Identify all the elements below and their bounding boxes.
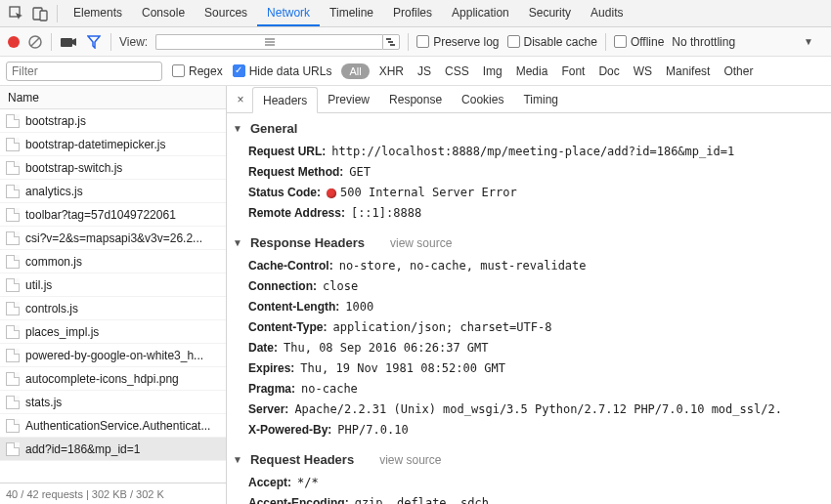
throttling-select[interactable]: No throttling xyxy=(672,35,735,49)
record-button[interactable] xyxy=(8,36,20,48)
device-toggle-icon[interactable] xyxy=(29,3,51,24)
request-name: util.js xyxy=(25,278,52,292)
tab-audits[interactable]: Audits xyxy=(581,0,633,26)
devtools-tabbar: ElementsConsoleSourcesNetworkTimelinePro… xyxy=(0,0,831,27)
request-row[interactable]: bootstrap-switch.js xyxy=(0,156,226,180)
divider xyxy=(605,33,606,51)
file-icon xyxy=(6,231,20,245)
tab-security[interactable]: Security xyxy=(519,0,581,26)
request-name: toolbar?tag=57d1049722061 xyxy=(25,208,176,222)
filter-type-js[interactable]: JS xyxy=(417,64,431,78)
svg-rect-9 xyxy=(386,38,391,40)
detail-tab-response[interactable]: Response xyxy=(379,87,452,112)
filter-type-font[interactable]: Font xyxy=(561,64,585,78)
disable-cache-checkbox[interactable]: Disable cache xyxy=(507,35,597,49)
header-key: Accept-Encoding: xyxy=(248,495,349,504)
request-row[interactable]: places_impl.js xyxy=(0,320,226,344)
tab-network[interactable]: Network xyxy=(257,0,320,26)
view-list-button[interactable] xyxy=(155,34,382,50)
tab-timeline[interactable]: Timeline xyxy=(320,0,383,26)
header-key: Cache-Control: xyxy=(248,258,333,274)
header-key: Server: xyxy=(248,401,288,418)
view-source-link[interactable]: view source xyxy=(379,453,441,467)
request-name: csi?v=2&s=mapsapi3&v3v=26.2... xyxy=(25,231,202,245)
tab-sources[interactable]: Sources xyxy=(195,0,257,26)
request-row[interactable]: bootstrap.js xyxy=(0,109,226,133)
offline-checkbox[interactable]: Offline xyxy=(614,35,664,49)
offline-label: Offline xyxy=(631,35,664,49)
filter-type-xhr[interactable]: XHR xyxy=(379,64,404,78)
chevron-down-icon[interactable]: ▼ xyxy=(804,36,813,47)
network-status-bar: 40 / 42 requests | 302 KB / 302 K xyxy=(0,483,226,504)
request-row[interactable]: util.js xyxy=(0,273,226,297)
section-response-headers[interactable]: ▼Response Headersview source xyxy=(227,231,831,254)
request-name: bootstrap-switch.js xyxy=(25,161,122,175)
detail-tab-cookies[interactable]: Cookies xyxy=(452,87,513,112)
request-row[interactable]: controls.js xyxy=(0,297,226,320)
capture-screenshots-icon[interactable] xyxy=(60,33,77,51)
request-row[interactable]: autocomplete-icons_hdpi.png xyxy=(0,367,226,391)
header-value: Thu, 08 Sep 2016 06:26:37 GMT xyxy=(284,340,489,357)
detail-tab-timing[interactable]: Timing xyxy=(513,87,568,112)
header-row: Status Code:500 Internal Server Error xyxy=(248,183,831,203)
regex-checkbox[interactable]: Regex xyxy=(172,64,223,78)
header-key: X-Powered-By: xyxy=(248,422,331,439)
header-row: Accept-Encoding:gzip, deflate, sdch xyxy=(248,493,831,504)
view-waterfall-button[interactable] xyxy=(382,34,400,50)
filter-type-other[interactable]: Other xyxy=(723,64,753,78)
request-row[interactable]: analytics.js xyxy=(0,180,226,203)
request-row[interactable]: toolbar?tag=57d1049722061 xyxy=(0,203,226,227)
section-request-title: Request Headers xyxy=(250,452,354,467)
preserve-log-checkbox[interactable]: Preserve log xyxy=(416,35,499,49)
section-request-headers[interactable]: ▼Request Headersview source xyxy=(227,448,831,471)
request-name: stats.js xyxy=(25,396,62,409)
filter-type-css[interactable]: CSS xyxy=(445,64,469,78)
filter-input[interactable] xyxy=(6,62,162,81)
header-row: Expires:Thu, 19 Nov 1981 08:52:00 GMT xyxy=(248,358,831,379)
file-icon xyxy=(6,442,20,456)
close-detail-button[interactable]: × xyxy=(231,93,250,106)
tab-console[interactable]: Console xyxy=(132,0,195,26)
header-row: Accept:*/* xyxy=(248,473,831,493)
request-row[interactable]: stats.js xyxy=(0,391,226,414)
filter-type-img[interactable]: Img xyxy=(483,64,503,78)
header-key: Connection: xyxy=(248,278,317,295)
filter-type-ws[interactable]: WS xyxy=(634,64,652,78)
header-row: Request Method:GET xyxy=(248,162,831,183)
file-icon xyxy=(6,278,20,292)
request-name: add?id=186&mp_id=1 xyxy=(25,442,140,456)
tab-elements[interactable]: Elements xyxy=(64,0,132,26)
throttling-label: No throttling xyxy=(672,35,735,49)
request-row[interactable]: AuthenticationService.Authenticat... xyxy=(0,414,226,438)
header-value: GET xyxy=(349,164,371,181)
filter-type-all[interactable]: All xyxy=(341,63,369,79)
hide-data-urls-checkbox[interactable]: Hide data URLs xyxy=(233,64,332,78)
section-general[interactable]: ▼General xyxy=(227,117,831,140)
header-value: 1000 xyxy=(345,299,373,315)
request-row[interactable]: bootstrap-datetimepicker.js xyxy=(0,133,226,156)
inspect-element-icon[interactable] xyxy=(6,3,27,24)
tab-application[interactable]: Application xyxy=(442,0,519,26)
filter-toggle-icon[interactable] xyxy=(85,33,103,51)
file-icon xyxy=(6,114,20,128)
filter-type-doc[interactable]: Doc xyxy=(598,64,619,78)
request-row[interactable]: csi?v=2&s=mapsapi3&v3v=26.2... xyxy=(0,227,226,250)
header-key: Request URL: xyxy=(248,144,326,160)
tab-profiles[interactable]: Profiles xyxy=(383,0,442,26)
request-row[interactable]: common.js xyxy=(0,250,226,273)
disable-cache-label: Disable cache xyxy=(524,35,597,49)
detail-tab-headers[interactable]: Headers xyxy=(252,87,318,113)
request-row[interactable]: add?id=186&mp_id=1 xyxy=(0,438,226,461)
header-key: Status Code: xyxy=(248,185,321,201)
name-column-header[interactable]: Name xyxy=(0,86,226,109)
header-value: gzip, deflate, sdch xyxy=(355,495,489,504)
clear-button[interactable] xyxy=(27,34,43,50)
request-row[interactable]: powered-by-google-on-white3_h... xyxy=(0,344,226,367)
filter-type-manifest[interactable]: Manifest xyxy=(666,64,710,78)
view-source-link[interactable]: view source xyxy=(390,236,452,250)
filter-type-media[interactable]: Media xyxy=(516,64,548,78)
detail-tab-preview[interactable]: Preview xyxy=(318,87,379,112)
request-name: bootstrap-datetimepicker.js xyxy=(25,138,165,151)
request-list: bootstrap.jsbootstrap-datetimepicker.jsb… xyxy=(0,109,226,483)
header-value: close xyxy=(323,278,358,295)
